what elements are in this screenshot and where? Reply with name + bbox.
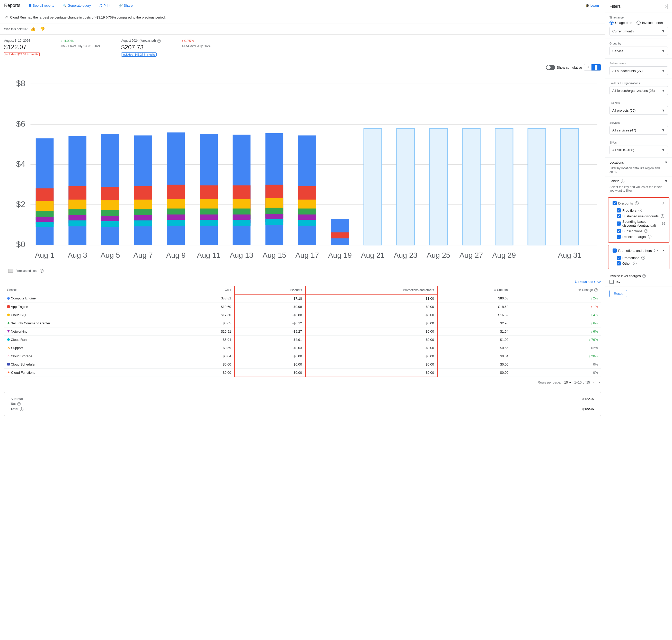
- share-icon: 🔗: [119, 4, 123, 8]
- svg-rect-57: [265, 219, 283, 225]
- svg-rect-45: [200, 220, 218, 226]
- thumbs-down-button[interactable]: 👎: [39, 26, 46, 32]
- locations-section-header[interactable]: Locations ▼: [610, 160, 668, 164]
- col-discounts-header: Discounts: [234, 286, 305, 294]
- spending-based-checkbox[interactable]: [617, 221, 621, 226]
- svg-text:$6: $6: [16, 119, 25, 128]
- subtotal-cell: $18.62: [437, 303, 511, 311]
- svg-text:Aug 25: Aug 25: [426, 251, 450, 259]
- subaccounts-label: Subaccounts: [610, 62, 668, 65]
- table-row: Networking $10.91 -$9.27 $0.00 $1.64 ↓ 6…: [4, 327, 601, 335]
- forecasted-help-icon[interactable]: ?: [157, 39, 161, 43]
- total-help-icon[interactable]: ?: [20, 407, 24, 411]
- page-prev-button[interactable]: ‹: [592, 379, 595, 386]
- svg-rect-70: [495, 129, 513, 245]
- see-all-reports-link[interactable]: ☰ See all reports: [27, 3, 56, 9]
- discounts-cell: $0.00: [234, 360, 305, 368]
- change-help-icon[interactable]: ?: [594, 288, 598, 292]
- free-tiers-help-icon[interactable]: ?: [639, 209, 642, 212]
- usage-date-radio[interactable]: Usage date: [610, 20, 632, 25]
- discounts-checkbox[interactable]: [613, 201, 617, 205]
- subaccounts-dropdown[interactable]: All subaccounts (27) ▼: [610, 67, 668, 75]
- labels-section: Labels ? ▼ Select the key and values of …: [605, 176, 672, 195]
- sustained-use-item: Sustained use discounts ?: [613, 213, 665, 219]
- forecasted-legend: Forecasted cost ?: [4, 267, 601, 275]
- folders-dropdown[interactable]: All folders/organizations (28) ▼: [610, 86, 668, 95]
- show-cumulative-toggle[interactable]: [546, 65, 555, 70]
- svg-rect-67: [397, 129, 415, 245]
- sustained-use-help-icon[interactable]: ?: [661, 214, 664, 218]
- spending-based-help-icon[interactable]: ?: [662, 222, 665, 226]
- svg-text:Aug 15: Aug 15: [262, 251, 286, 259]
- discounts-help-icon[interactable]: ?: [635, 201, 639, 205]
- generate-query-link[interactable]: 🔍 Generate query: [60, 3, 93, 9]
- labels-help-icon[interactable]: ?: [621, 179, 624, 183]
- promotions-sub-checkbox[interactable]: [617, 256, 621, 260]
- learn-link[interactable]: 🎓 Learn: [583, 3, 601, 9]
- services-dropdown[interactable]: All services (47) ▼: [610, 126, 668, 134]
- current-month-dropdown[interactable]: Current month ▼: [610, 27, 668, 35]
- cost-cell: $17.50: [176, 311, 235, 319]
- line-chart-button[interactable]: ↗: [584, 64, 591, 71]
- service-cell: Cloud Run: [4, 335, 176, 344]
- share-link[interactable]: 🔗 Share: [117, 3, 135, 9]
- reseller-margin-checkbox[interactable]: [617, 235, 621, 239]
- subscriptions-help-icon[interactable]: ?: [644, 229, 648, 233]
- change-cell: ↓ 6%: [511, 319, 601, 327]
- svg-rect-33: [134, 220, 152, 227]
- reseller-margin-help-icon[interactable]: ?: [648, 235, 652, 238]
- cost-cell: $19.60: [176, 303, 235, 311]
- tax-help-icon[interactable]: ?: [17, 402, 21, 406]
- reseller-margin-item: Reseller margin ?: [613, 234, 665, 239]
- other-help-icon[interactable]: ?: [633, 262, 637, 265]
- subtotal-label: Subtotal: [9, 396, 309, 401]
- labels-chevron-icon: ▼: [664, 179, 668, 183]
- sustained-use-checkbox[interactable]: [617, 214, 621, 218]
- skus-section: SKUs All SKUs (408) ▼: [605, 138, 672, 158]
- forecasted-cost-help-icon[interactable]: ?: [40, 269, 43, 273]
- current-change-stat: ↓ -4.09% -$5.21 over July 13–31, 2024: [60, 39, 100, 48]
- group-by-dropdown[interactable]: Service ▼: [610, 46, 668, 55]
- service-cell: Networking: [4, 327, 176, 335]
- service-cell: Cloud SQL: [4, 311, 176, 319]
- discounts-cell: -$7.18: [234, 294, 305, 303]
- credits-collapse-icon[interactable]: ∧: [662, 201, 665, 205]
- rows-per-page-select[interactable]: 10 25 50: [563, 380, 572, 384]
- invoice-month-radio[interactable]: Invoice month: [637, 20, 663, 25]
- cost-cell: $88.81: [176, 294, 235, 303]
- promotions-checkbox[interactable]: [613, 248, 617, 252]
- projects-dropdown[interactable]: All projects (55) ▼: [610, 106, 668, 115]
- col-cost-header: Cost: [176, 286, 235, 294]
- invoice-level-help-icon[interactable]: ?: [642, 274, 646, 278]
- cost-cell: $10.91: [176, 327, 235, 335]
- promotions-cell: $0.00: [305, 344, 437, 352]
- discounts-main-item: Discounts ?: [613, 200, 639, 206]
- tax-checkbox[interactable]: [610, 280, 614, 284]
- service-cell: ★Cloud Functions: [4, 368, 176, 377]
- svg-rect-69: [462, 129, 480, 245]
- summary-table: Subtotal $122.07 Tax ? — Total ? $122.07: [9, 396, 597, 411]
- forecasted-value: $207.73: [121, 44, 161, 51]
- filters-collapse-button[interactable]: ›|: [665, 4, 668, 9]
- promotions-collapse-icon[interactable]: ∧: [662, 249, 665, 252]
- page-next-button[interactable]: ›: [598, 379, 601, 386]
- skus-dropdown[interactable]: All SKUs (408) ▼: [610, 146, 668, 154]
- subscriptions-checkbox[interactable]: [617, 229, 621, 233]
- labels-section-header[interactable]: Labels ? ▼: [610, 179, 668, 183]
- download-csv-button[interactable]: ⬇ Download CSV: [574, 280, 601, 284]
- thumbs-up-button[interactable]: 👍: [30, 26, 37, 32]
- bar-chart-button[interactable]: ▐▌: [591, 64, 601, 71]
- print-link[interactable]: 🖨 Print: [97, 3, 113, 9]
- change-cell: New: [511, 344, 601, 352]
- locations-desc: Filter by location data like region and …: [610, 164, 668, 174]
- trend-icon: ↗: [4, 14, 8, 20]
- reset-button[interactable]: Reset: [610, 290, 627, 297]
- cost-cell: $0.59: [176, 344, 235, 352]
- cost-cell: $3.05: [176, 319, 235, 327]
- current-change-pct: ↓ -4.09%: [60, 39, 100, 43]
- promotions-help-icon[interactable]: ?: [654, 249, 658, 252]
- other-checkbox[interactable]: [617, 261, 621, 265]
- bar-chart-svg: $8 $6 $4 $2 $0: [4, 73, 601, 267]
- promotions-label-help-icon[interactable]: ?: [641, 256, 645, 260]
- free-tiers-checkbox[interactable]: [617, 208, 621, 213]
